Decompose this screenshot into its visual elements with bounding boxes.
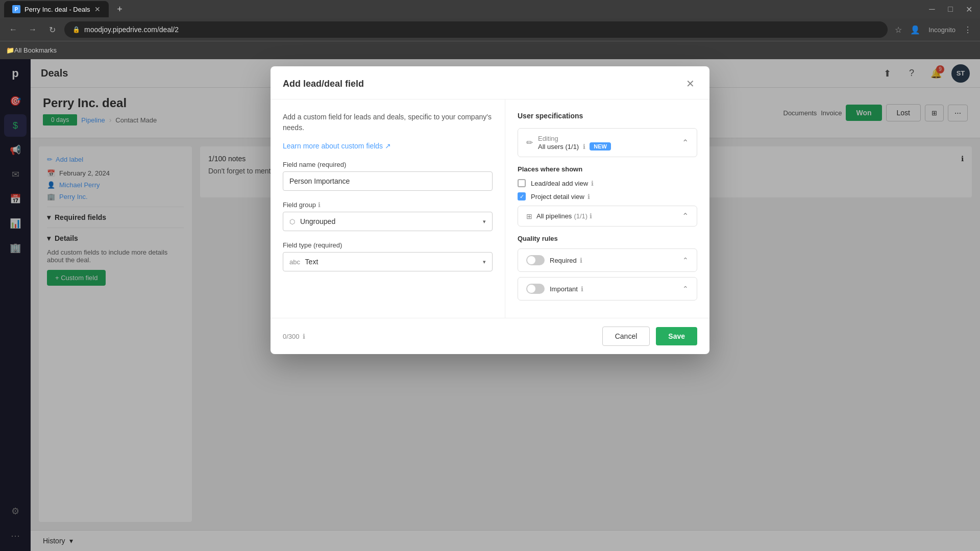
field-type-prefix: abc bbox=[289, 258, 300, 266]
checkbox-lead-deal[interactable] bbox=[518, 179, 526, 187]
checkbox-lead-deal-row: Lead/deal add view ℹ bbox=[518, 179, 697, 187]
quality-title: Quality rules bbox=[518, 235, 697, 242]
profile-icon[interactable]: 👤 bbox=[908, 23, 922, 37]
browser-titlebar: P Perry Inc. deal - Deals ✕ + ─ □ ✕ bbox=[0, 0, 980, 18]
pipeline-expand-icon[interactable]: ⌃ bbox=[682, 211, 689, 221]
field-group-select[interactable]: ⬡ Ungrouped ▾ bbox=[283, 212, 493, 231]
active-tab[interactable]: P Perry Inc. deal - Deals ✕ bbox=[4, 1, 109, 17]
field-group-prefix: ⬡ bbox=[289, 218, 295, 226]
important-label: Important ℹ bbox=[550, 285, 583, 293]
url-text: moodjoy.pipedrive.com/deal/2 bbox=[84, 26, 179, 34]
maximize-btn[interactable]: □ bbox=[943, 2, 958, 16]
required-toggle[interactable] bbox=[526, 255, 545, 265]
tab-close-btn[interactable]: ✕ bbox=[94, 5, 101, 13]
modal-left-panel: Add a custom field for leads and deals, … bbox=[271, 99, 505, 318]
external-link-icon: ↗ bbox=[385, 142, 391, 150]
important-toggle-left: Important ℹ bbox=[526, 284, 583, 294]
important-toggle[interactable] bbox=[526, 284, 545, 294]
char-count-text: 0/300 bbox=[283, 333, 300, 340]
checkbox2-info-icon[interactable]: ℹ bbox=[587, 193, 590, 201]
editing-expand-icon[interactable]: ⌃ bbox=[682, 138, 689, 147]
bookmarks-label: All Bookmarks bbox=[14, 46, 57, 54]
required-label: Required ℹ bbox=[550, 257, 582, 264]
field-name-group: Field name (required) bbox=[283, 161, 493, 191]
address-bar[interactable]: 🔒 moodjoy.pipedrive.com/deal/2 bbox=[64, 21, 888, 38]
pipeline-icon: ⊞ bbox=[526, 212, 532, 220]
char-count-info[interactable]: ℹ bbox=[303, 333, 305, 340]
field-type-group: Field type (required) abc Text ▾ bbox=[283, 241, 493, 271]
field-group-label: Field group ℹ bbox=[283, 201, 493, 209]
refresh-btn[interactable]: ↻ bbox=[45, 22, 59, 37]
required-expand-icon[interactable]: ⌃ bbox=[682, 256, 689, 264]
editing-label: Editing bbox=[538, 135, 611, 142]
important-expand-icon[interactable]: ⌃ bbox=[682, 285, 689, 293]
field-type-value: Text bbox=[305, 258, 318, 266]
required-toggle-knob bbox=[527, 256, 535, 264]
field-name-input[interactable] bbox=[283, 171, 493, 191]
learn-more-text: Learn more about custom fields bbox=[283, 142, 383, 150]
field-group-group: Field group ℹ ⬡ Ungrouped ▾ bbox=[283, 201, 493, 231]
bookmarks-icon: 📁 bbox=[6, 46, 14, 54]
pipeline-info-icon[interactable]: ℹ bbox=[590, 212, 592, 220]
back-btn[interactable]: ← bbox=[6, 22, 20, 37]
modal-close-btn[interactable]: ✕ bbox=[683, 77, 697, 91]
lock-icon: 🔒 bbox=[72, 26, 80, 33]
new-tab-btn[interactable]: + bbox=[113, 2, 127, 16]
field-group-value: Ungrouped bbox=[300, 217, 335, 226]
editing-info: ✏ Editing All users (1/1) ℹ NEW bbox=[526, 135, 611, 151]
cancel-btn[interactable]: Cancel bbox=[602, 327, 650, 346]
editing-row: ✏ Editing All users (1/1) ℹ NEW ⌃ bbox=[518, 128, 697, 157]
tab-favicon: P bbox=[12, 5, 20, 13]
modal-header: Add lead/deal field ✕ bbox=[271, 66, 709, 99]
places-title: Places where shown bbox=[518, 165, 697, 173]
checkbox-project[interactable]: ✓ bbox=[518, 192, 526, 201]
important-info-icon[interactable]: ℹ bbox=[581, 285, 583, 293]
pipeline-label: ⊞ All pipelines (1/1) ℹ bbox=[526, 212, 592, 220]
save-btn[interactable]: Save bbox=[656, 327, 697, 345]
incognito-label: Incognito bbox=[926, 24, 958, 36]
new-badge: NEW bbox=[590, 142, 611, 151]
edit-pencil-icon: ✏ bbox=[526, 138, 533, 147]
pipeline-dropdown[interactable]: ⊞ All pipelines (1/1) ℹ ⌃ bbox=[518, 206, 697, 227]
modal-footer: 0/300 ℹ Cancel Save bbox=[271, 318, 709, 354]
required-toggle-row: Required ℹ ⌃ bbox=[518, 248, 697, 272]
char-count: 0/300 ℹ bbox=[283, 333, 305, 340]
field-type-label: Field type (required) bbox=[283, 241, 493, 249]
field-group-info[interactable]: ℹ bbox=[318, 201, 321, 209]
important-toggle-knob bbox=[527, 285, 535, 293]
toolbar-icons: ☆ 👤 Incognito ⋮ bbox=[893, 23, 974, 37]
minimize-btn[interactable]: ─ bbox=[925, 2, 939, 16]
required-toggle-left: Required ℹ bbox=[526, 255, 582, 265]
forward-btn[interactable]: → bbox=[26, 22, 40, 37]
field-name-label: Field name (required) bbox=[283, 161, 493, 168]
checkbox-lead-deal-label: Lead/deal add view ℹ bbox=[531, 180, 594, 187]
modal-right-panel: User specifications ✏ Editing All users … bbox=[505, 99, 709, 318]
modal-description: Add a custom field for leads and deals, … bbox=[283, 112, 493, 133]
user-spec-title: User specifications bbox=[518, 112, 697, 120]
checkbox1-info-icon[interactable]: ℹ bbox=[591, 180, 594, 187]
chevron-down-type: ▾ bbox=[483, 259, 486, 265]
important-toggle-row: Important ℹ ⌃ bbox=[518, 277, 697, 300]
checkbox-project-label: Project detail view ℹ bbox=[531, 193, 590, 201]
modal-body: Add a custom field for leads and deals, … bbox=[271, 99, 709, 318]
window-close-btn[interactable]: ✕ bbox=[962, 2, 976, 16]
editing-value: All users (1/1) ℹ NEW bbox=[538, 142, 611, 151]
browser-chrome: P Perry Inc. deal - Deals ✕ + ─ □ ✕ ← → … bbox=[0, 0, 980, 59]
field-type-select[interactable]: abc Text ▾ bbox=[283, 252, 493, 271]
learn-more-link[interactable]: Learn more about custom fields ↗ bbox=[283, 142, 391, 150]
browser-toolbar: ← → ↻ 🔒 moodjoy.pipedrive.com/deal/2 ☆ 👤… bbox=[0, 18, 980, 41]
chevron-down-group: ▾ bbox=[483, 218, 486, 225]
modal-title: Add lead/deal field bbox=[283, 79, 364, 89]
extensions-icon[interactable]: ⋮ bbox=[962, 23, 974, 37]
checkbox-project-row: ✓ Project detail view ℹ bbox=[518, 192, 697, 201]
modal-add-field: Add lead/deal field ✕ Add a custom field… bbox=[271, 66, 709, 354]
tab-title: Perry Inc. deal - Deals bbox=[24, 6, 90, 13]
required-info-icon[interactable]: ℹ bbox=[580, 257, 582, 264]
star-icon[interactable]: ☆ bbox=[893, 23, 904, 37]
bookmarks-bar: 📁 All Bookmarks bbox=[0, 41, 980, 59]
editing-info-icon[interactable]: ℹ bbox=[583, 143, 585, 151]
editing-details: Editing All users (1/1) ℹ NEW bbox=[538, 135, 611, 151]
